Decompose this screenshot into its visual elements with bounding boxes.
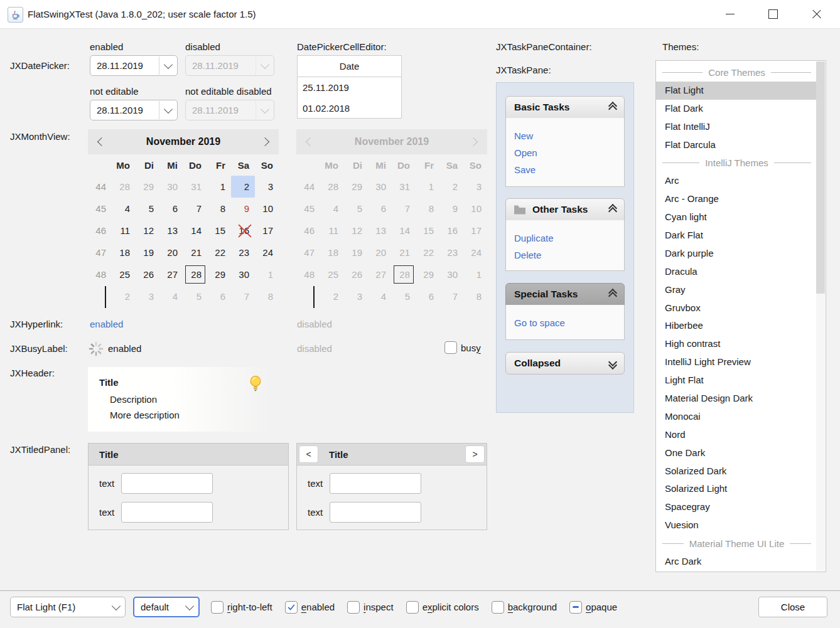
text-field[interactable]	[121, 502, 213, 523]
theme-item-flat-intellij[interactable]: Flat IntelliJ	[656, 118, 817, 136]
day-cell[interactable]: 6	[207, 285, 231, 307]
day-cell[interactable]: 7	[231, 285, 255, 307]
day-cell[interactable]: 8	[207, 198, 231, 220]
day-cell[interactable]: 21	[183, 242, 207, 263]
flagged-day[interactable]: 9	[231, 198, 255, 220]
day-cell[interactable]: 29	[136, 176, 159, 198]
next-button[interactable]: >	[465, 445, 485, 463]
theme-item-dark-purple[interactable]: Dark purple	[656, 245, 817, 263]
day-cell[interactable]: 12	[136, 220, 159, 242]
day-cell[interactable]: 5	[183, 285, 207, 307]
selected-day[interactable]: 2	[231, 176, 255, 198]
theme-item-high-contrast[interactable]: High contrast	[656, 335, 817, 353]
day-cell[interactable]: 5	[136, 198, 159, 220]
day-cell[interactable]: 23	[231, 242, 255, 263]
day-cell[interactable]: 7	[183, 198, 207, 220]
laf-combobox[interactable]: Flat Light (F1)	[10, 597, 126, 617]
day-cell[interactable]: 14	[183, 220, 207, 242]
checkbox-box[interactable]	[347, 601, 360, 614]
theme-item-arc-dark-contrast[interactable]: Arc Dark Contrast	[656, 571, 817, 572]
checkbox-box[interactable]	[285, 601, 298, 614]
day-cell[interactable]: 19	[136, 242, 159, 263]
day-cell[interactable]: 29	[207, 263, 231, 285]
theme-item-monocai[interactable]: Monocai	[656, 408, 817, 426]
day-cell[interactable]: 2	[112, 285, 136, 307]
taskpane-link-go-to-space[interactable]: Go to space	[514, 314, 624, 331]
day-cell[interactable]: 30	[231, 263, 255, 285]
day-cell[interactable]: 4	[112, 198, 136, 220]
day-cell[interactable]: 15	[207, 220, 231, 242]
day-cell[interactable]: 3	[136, 285, 159, 307]
theme-item-hiberbee[interactable]: Hiberbee	[656, 317, 817, 335]
text-field[interactable]	[330, 502, 421, 523]
theme-item-dracula[interactable]: Dracula	[656, 263, 817, 281]
monthview-enabled[interactable]: MoDiMiDoFrSaSo44282930311234545678910461…	[88, 154, 279, 307]
theme-item-dark-flat[interactable]: Dark Flat	[656, 226, 817, 245]
day-cell[interactable]: 18	[112, 242, 136, 263]
day-cell[interactable]: 22	[207, 242, 231, 263]
taskpane-link-delete[interactable]: Delete	[514, 247, 624, 263]
themes-list[interactable]: Core ThemesFlat LightFlat DarkFlat Intel…	[655, 60, 826, 572]
chevron-double-up-icon[interactable]	[608, 290, 617, 299]
day-cell[interactable]: 28	[112, 176, 136, 198]
theme-item-arc[interactable]: Arc	[656, 172, 817, 190]
table-row[interactable]: 01.02.2018	[298, 98, 401, 119]
chevron-down-icon[interactable]	[159, 109, 177, 112]
chevron-down-icon[interactable]	[159, 64, 177, 68]
scrollbar[interactable]	[816, 61, 825, 571]
theme-item-material-design-dark[interactable]: Material Design Dark	[656, 390, 817, 408]
theme-item-solarized-light[interactable]: Solarized Light	[656, 480, 817, 498]
taskpane-header-other-tasks[interactable]: Other Tasks	[505, 198, 625, 221]
busy-checkbox[interactable]: busy	[444, 341, 481, 354]
mode-combobox[interactable]: default	[133, 597, 200, 617]
right-to-left-checkbox[interactable]: right-to-left	[211, 601, 272, 614]
taskpane-link-new[interactable]: New	[514, 127, 624, 144]
inspect-checkbox[interactable]: inspect	[347, 601, 394, 614]
taskpane-link-open[interactable]: Open	[514, 144, 624, 161]
hyperlink-enabled[interactable]: enabled	[90, 319, 123, 329]
checkbox-box[interactable]	[569, 601, 582, 614]
day-cell[interactable]: 6	[159, 198, 183, 220]
chevron-double-up-icon[interactable]	[608, 103, 617, 112]
theme-item-light-flat[interactable]: Light Flat	[656, 371, 817, 390]
theme-item-nord[interactable]: Nord	[656, 426, 817, 444]
day-cell[interactable]: 3	[255, 176, 279, 198]
chevron-double-up-icon[interactable]	[608, 205, 617, 215]
theme-item-flat-dark[interactable]: Flat Dark	[656, 100, 817, 118]
day-cell[interactable]: 30	[159, 176, 183, 198]
day-cell[interactable]: 20	[159, 242, 183, 263]
taskpane-link-save[interactable]: Save	[514, 161, 624, 178]
chevron-double-down-icon[interactable]	[608, 359, 617, 368]
day-cell[interactable]: 1	[255, 263, 279, 285]
taskpane-header-collapsed[interactable]: Collapsed	[505, 352, 625, 375]
day-cell[interactable]: 13	[159, 220, 183, 242]
checkbox-box[interactable]	[211, 601, 223, 614]
maximize-button[interactable]	[758, 0, 787, 28]
day-cell[interactable]: 4	[159, 285, 183, 307]
text-field[interactable]	[330, 473, 421, 494]
theme-item-flat-light[interactable]: Flat Light	[656, 82, 817, 100]
datepicker-value[interactable]: 28.11.2019	[90, 60, 159, 71]
theme-item-one-dark[interactable]: One Dark	[656, 444, 817, 462]
taskpane-header-basic-tasks[interactable]: Basic Tasks	[505, 96, 625, 119]
datepicker-enabled[interactable]: 28.11.2019	[90, 55, 178, 76]
enabled-checkbox[interactable]: enabled	[285, 601, 335, 614]
day-cell[interactable]: 27	[159, 263, 183, 285]
theme-item-vuesion[interactable]: Vuesion	[656, 516, 817, 535]
theme-item-flat-darcula[interactable]: Flat Darcula	[656, 136, 817, 154]
text-field[interactable]	[121, 473, 213, 494]
explicit-colors-checkbox[interactable]: explicit colors	[406, 601, 479, 614]
theme-item-spacegray[interactable]: Spacegray	[656, 498, 817, 516]
day-cell[interactable]: 10	[255, 198, 279, 220]
taskpane-header-special-tasks[interactable]: Special Tasks	[505, 283, 625, 306]
close-window-button[interactable]	[802, 0, 831, 28]
busy-checkbox-box[interactable]	[444, 341, 457, 354]
checkbox-box[interactable]	[406, 601, 419, 614]
theme-item-solarized-dark[interactable]: Solarized Dark	[656, 462, 817, 481]
theme-item-arc---orange[interactable]: Arc - Orange	[656, 190, 817, 208]
table-row[interactable]: 25.11.2019	[298, 77, 401, 98]
taskpane-link-duplicate[interactable]: Duplicate	[514, 230, 624, 247]
day-cell[interactable]: 25	[112, 263, 136, 285]
theme-item-gray[interactable]: Gray	[656, 281, 817, 299]
theme-item-gruvbox[interactable]: Gruvbox	[656, 299, 817, 317]
